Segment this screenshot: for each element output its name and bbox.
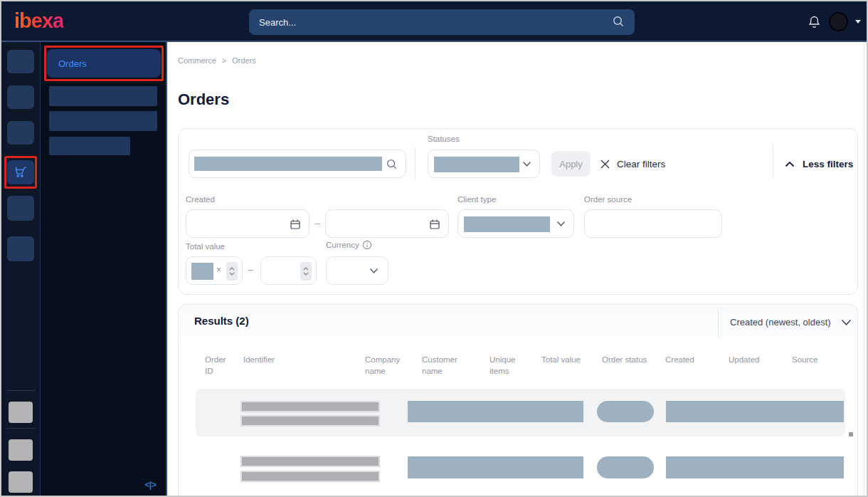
breadcrumb-orders[interactable]: Orders xyxy=(232,56,256,65)
less-filters-toggle[interactable]: Less filters xyxy=(785,151,853,177)
redacted-company-customer-cell xyxy=(408,401,583,422)
statuses-label: Statuses xyxy=(428,135,460,143)
sort-dropdown[interactable]: Created (newest, oldest) xyxy=(730,317,852,328)
created-from-input[interactable] xyxy=(186,209,309,238)
global-search-input[interactable]: Search... xyxy=(249,9,635,35)
statuses-dropdown[interactable] xyxy=(428,150,540,178)
table-row[interactable] xyxy=(196,389,845,436)
app-window: ibexa Search... xyxy=(0,0,868,497)
apply-button[interactable]: Apply xyxy=(551,151,591,177)
rail-item-placeholder[interactable] xyxy=(7,196,34,221)
topbar-right-group xyxy=(807,1,861,42)
redacted-client-type-value xyxy=(464,216,550,232)
total-value-label: Total value xyxy=(186,242,225,251)
search-icon xyxy=(386,158,398,170)
search-icon xyxy=(612,15,625,30)
redacted-dates-cell xyxy=(666,401,844,422)
currency-label-group: Currency xyxy=(326,240,372,250)
results-divider xyxy=(718,309,719,338)
filters-panel: Statuses Apply Clear filters Less filter xyxy=(178,128,858,295)
breadcrumb-commerce[interactable]: Commerce xyxy=(178,56,216,65)
scrollbar-track[interactable] xyxy=(864,42,864,496)
number-stepper[interactable] xyxy=(226,262,238,281)
icon-rail xyxy=(1,42,41,496)
table-row[interactable] xyxy=(196,451,845,496)
rail-item-placeholder[interactable] xyxy=(7,236,34,261)
sidebar-collapse-icon[interactable]: <|> xyxy=(144,479,156,490)
filter-search-input[interactable] xyxy=(189,150,406,178)
chevron-up-icon xyxy=(785,161,795,167)
sidebar-item-placeholder[interactable] xyxy=(49,86,157,106)
rail-divider xyxy=(6,390,36,391)
value-range-separator: – xyxy=(245,264,255,275)
user-avatar[interactable] xyxy=(829,12,848,31)
redacted-search-value xyxy=(194,157,382,171)
breadcrumb: Commerce > Orders xyxy=(178,56,256,65)
redacted-total-min-value xyxy=(191,263,213,280)
column-header-order-status: Order status xyxy=(602,355,660,366)
redacted-dates-cell xyxy=(666,456,844,478)
sidebar-item-placeholder[interactable] xyxy=(49,137,130,155)
notifications-bell-icon[interactable] xyxy=(807,14,822,29)
redacted-order-status-badge xyxy=(597,456,654,478)
column-header-unique-items: Unique items xyxy=(489,355,525,377)
chevron-down-icon xyxy=(369,268,379,274)
redacted-identifier-line xyxy=(240,456,380,467)
user-menu-caret-icon[interactable] xyxy=(855,20,861,23)
rail-item-placeholder[interactable] xyxy=(7,121,34,145)
results-title: Results (2) xyxy=(194,315,249,327)
rail-divider xyxy=(6,428,36,429)
results-panel: Results (2) Created (newest, oldest) Ord… xyxy=(178,304,858,496)
rail-bottom-item-placeholder[interactable] xyxy=(9,402,33,423)
redacted-statuses-value xyxy=(434,157,519,172)
order-source-label: Order source xyxy=(584,195,632,204)
rail-bottom-item-placeholder[interactable] xyxy=(9,471,33,493)
order-source-input[interactable] xyxy=(584,209,722,238)
date-range-separator: – xyxy=(312,218,322,229)
rail-item-placeholder[interactable] xyxy=(7,85,34,109)
stepper-up-icon xyxy=(303,267,309,271)
clear-value-icon[interactable]: × xyxy=(216,266,221,274)
redacted-identifier-line xyxy=(240,415,380,427)
rail-item-placeholder[interactable] xyxy=(7,50,34,73)
currency-dropdown[interactable] xyxy=(326,256,388,285)
less-filters-label: Less filters xyxy=(803,159,853,169)
sidebar-item-placeholder[interactable] xyxy=(49,111,157,131)
created-label: Created xyxy=(186,195,215,204)
stepper-down-icon xyxy=(229,272,235,276)
column-header-created: Created xyxy=(665,355,715,366)
chevron-down-icon xyxy=(522,161,531,167)
filter-divider xyxy=(415,147,416,179)
column-header-identifier: Identifier xyxy=(243,355,322,366)
page-title: Orders xyxy=(178,90,229,109)
created-to-input[interactable] xyxy=(325,209,449,238)
column-header-order-id: Order ID xyxy=(205,355,236,377)
total-value-max-input[interactable] xyxy=(260,256,317,285)
calendar-icon xyxy=(429,219,440,230)
total-value-min-input[interactable]: × xyxy=(186,256,243,285)
annotation-box-cart xyxy=(4,156,37,189)
column-header-total-value: Total value xyxy=(541,355,598,366)
redacted-order-status-badge xyxy=(597,401,654,422)
client-type-dropdown[interactable] xyxy=(457,209,574,238)
topbar: ibexa Search... xyxy=(1,1,867,42)
clear-filters-label: Clear filters xyxy=(617,159,665,169)
chevron-down-icon xyxy=(841,319,852,326)
sort-label: Created (newest, oldest) xyxy=(730,317,831,328)
currency-label: Currency xyxy=(326,241,359,249)
main-content: Commerce > Orders Orders Statuses App xyxy=(167,42,867,496)
number-stepper[interactable] xyxy=(300,262,312,281)
redacted-company-customer-cell xyxy=(408,456,583,478)
rail-bottom-item-placeholder[interactable] xyxy=(9,439,33,461)
column-header-customer-name: Customer name xyxy=(422,355,469,377)
clear-filters-button[interactable]: Clear filters xyxy=(600,151,665,177)
redacted-identifier-line xyxy=(240,401,380,412)
client-type-label: Client type xyxy=(457,195,496,204)
stepper-down-icon xyxy=(303,272,309,276)
column-header-updated: Updated xyxy=(729,355,778,366)
chevron-down-icon xyxy=(556,221,566,227)
calendar-icon xyxy=(290,219,301,230)
stepper-up-icon xyxy=(229,267,235,271)
info-icon[interactable] xyxy=(362,240,372,250)
filter-divider xyxy=(773,145,773,178)
